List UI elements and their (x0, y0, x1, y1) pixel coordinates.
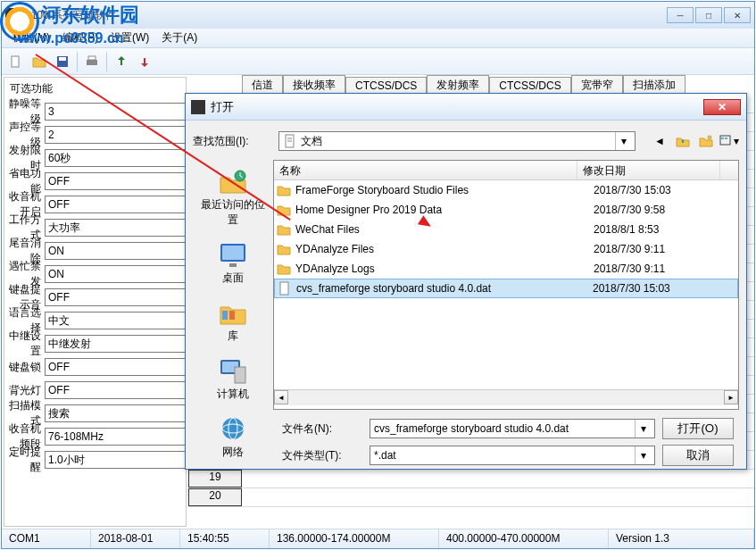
column-name[interactable]: 名称 (274, 161, 577, 179)
new-folder-icon[interactable] (696, 131, 716, 151)
setting-input[interactable] (45, 404, 186, 422)
places-bar: 最近访问的位置 桌面 库 计算机 网络 (193, 160, 273, 410)
svg-rect-16 (222, 311, 228, 320)
file-row[interactable]: YDAnalyze Files2018/7/30 9:11 (274, 239, 738, 259)
setting-input[interactable] (45, 242, 186, 260)
scroll-left-icon[interactable]: ◄ (274, 390, 288, 404)
open-icon[interactable] (29, 51, 50, 72)
setting-input[interactable] (45, 288, 186, 306)
filename-input[interactable]: cvs_frameforge storyboard studio 4.0.dat… (370, 419, 655, 438)
file-date: 2018/7/30 15:03 (593, 282, 735, 295)
menu-model[interactable]: 机型(M) (7, 29, 55, 47)
tab-rx-ctcss[interactable]: CTCSS/DCS (345, 77, 427, 94)
tab-band[interactable]: 宽带窄 (571, 75, 623, 95)
settings-sidebar: 可选功能 静噪等级声控等级发射限时省电功能收音机开启工作方式尾音消除遇忙禁发键盘… (4, 77, 187, 527)
open-file-dialog: 打开 ✕ 查找范围(I): 文档 ▾ ◄ ▾ 最近访问的位置 (185, 93, 747, 470)
file-row[interactable]: YDAnalyze Logs2018/7/30 9:11 (274, 259, 738, 279)
menu-about[interactable]: 关于(A) (156, 29, 203, 47)
lookin-combo[interactable]: 文档 ▾ (278, 131, 636, 151)
setting-input[interactable] (45, 196, 186, 213)
minimize-button[interactable]: ─ (667, 7, 694, 23)
file-icon (277, 281, 293, 296)
setting-label: 键盘锁 (4, 360, 45, 375)
menu-settings[interactable]: 设置(W) (105, 29, 154, 47)
dialog-close-button[interactable]: ✕ (703, 99, 741, 115)
scroll-right-icon[interactable]: ► (724, 390, 738, 404)
folder-icon (276, 222, 292, 237)
place-recent[interactable]: 最近访问的位置 (197, 163, 269, 231)
place-network[interactable]: 网络 (197, 411, 269, 463)
statusbar: COM1 2018-08-01 15:40:55 136.00000-174.0… (2, 529, 754, 548)
back-icon[interactable]: ◄ (650, 131, 669, 151)
svg-rect-9 (720, 136, 730, 145)
file-row[interactable]: FrameForge Storyboard Studio Files2018/7… (274, 180, 738, 200)
column-date[interactable]: 修改日期 (577, 161, 720, 179)
tab-channel[interactable]: 信道 (242, 75, 283, 95)
svg-point-21 (222, 418, 244, 439)
setting-input[interactable] (45, 103, 186, 121)
setting-input[interactable] (45, 172, 186, 190)
tab-tx-freq[interactable]: 发射频率 (427, 75, 489, 95)
horizontal-scrollbar[interactable]: ◄ ► (274, 389, 738, 405)
file-name: FrameForge Storyboard Studio Files (295, 184, 594, 196)
svg-rect-20 (235, 367, 245, 383)
place-desktop[interactable]: 桌面 (197, 237, 269, 289)
view-menu-icon[interactable]: ▾ (719, 131, 739, 151)
file-row[interactable]: WeChat Files2018/8/1 8:53 (274, 220, 738, 239)
grid-header: 信道 接收频率 CTCSS/DCS 发射频率 CTCSS/DCS 宽带窄 扫描添… (188, 75, 754, 95)
setting-input[interactable] (45, 335, 186, 353)
filetype-combo[interactable]: *.dat ▾ (370, 446, 655, 465)
filetype-label: 文件类型(T): (282, 448, 362, 463)
setting-input[interactable] (45, 149, 186, 167)
setting-label: 中继设置 (4, 329, 45, 359)
read-icon[interactable] (111, 51, 132, 72)
svg-rect-24 (280, 282, 288, 295)
new-icon[interactable] (5, 51, 27, 72)
file-row[interactable]: Home Designer Pro 2019 Data2018/7/30 9:5… (274, 200, 738, 220)
file-row[interactable]: cvs_frameforge storyboard studio 4.0.dat… (274, 279, 738, 298)
place-computer[interactable]: 计算机 (197, 353, 269, 405)
write-icon[interactable] (134, 51, 155, 72)
maximize-button[interactable]: □ (695, 7, 722, 23)
tab-tx-ctcss[interactable]: CTCSS/DCS (489, 77, 570, 94)
setting-row: 中继设置 (4, 332, 186, 355)
file-name: YDAnalyze Logs (295, 262, 594, 275)
file-name: cvs_frameforge storyboard studio 4.0.dat (296, 282, 593, 295)
close-button[interactable]: ✕ (724, 7, 751, 23)
up-folder-icon[interactable] (673, 131, 693, 151)
setting-input[interactable] (45, 312, 186, 329)
save-icon[interactable] (52, 51, 73, 72)
cancel-button[interactable]: 取消 (662, 445, 734, 466)
computer-icon (217, 356, 249, 385)
lookin-label: 查找范围(I): (193, 134, 273, 149)
folder-icon (276, 183, 292, 197)
setting-input[interactable] (45, 358, 186, 376)
row-number: 20 (188, 488, 242, 506)
setting-input[interactable] (45, 428, 186, 446)
tab-scan[interactable]: 扫描添加 (623, 75, 685, 95)
menu-program[interactable]: 编程(P) (57, 29, 104, 47)
dialog-title: 打开 (211, 99, 234, 115)
file-name: YDAnalyze Files (295, 243, 594, 255)
file-date: 2018/7/30 15:03 (594, 184, 736, 196)
folder-icon (276, 242, 292, 256)
tab-rx-freq[interactable]: 接收频率 (283, 75, 345, 95)
setting-input[interactable] (45, 381, 186, 399)
app-icon (5, 8, 20, 22)
status-freq2: 400.00000-470.00000M (439, 529, 609, 548)
table-row[interactable]: 20 (188, 488, 754, 507)
open-button[interactable]: 打开(O) (662, 418, 734, 439)
lookin-value: 文档 (301, 134, 615, 149)
setting-input[interactable] (45, 265, 186, 283)
network-icon (217, 414, 249, 443)
status-time: 15:40:55 (180, 529, 270, 548)
print-icon[interactable] (81, 51, 103, 72)
setting-label: 定时提醒 (4, 445, 45, 475)
setting-input[interactable] (45, 126, 186, 144)
titlebar: 9100 系列写频软件 ─ □ ✕ (2, 2, 754, 29)
setting-label: 背光灯 (4, 383, 45, 398)
setting-input[interactable] (45, 451, 186, 469)
place-library[interactable]: 库 (197, 295, 269, 347)
menubar: 机型(M) 编程(P) 设置(W) 关于(A) (2, 29, 754, 48)
setting-input[interactable] (45, 219, 186, 237)
